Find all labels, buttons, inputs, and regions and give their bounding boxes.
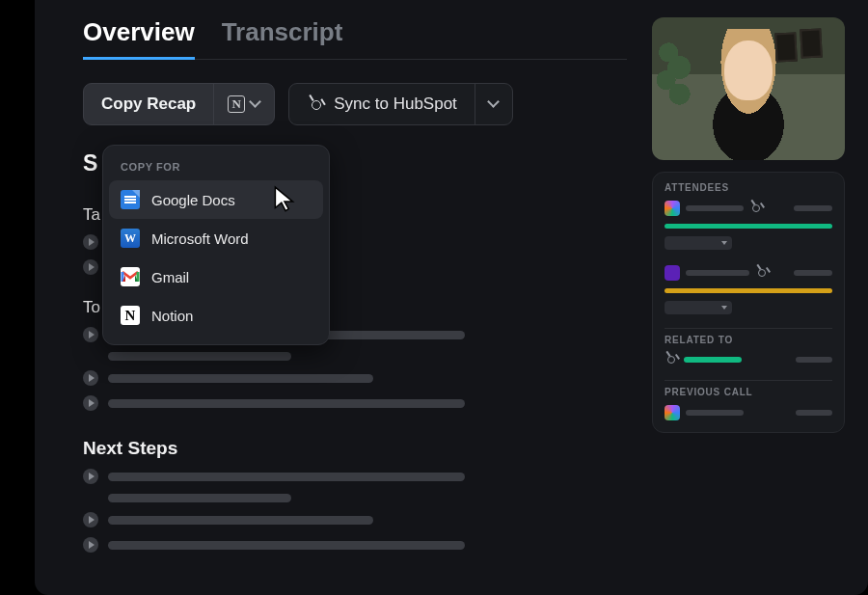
notion-icon: N	[121, 306, 140, 325]
related-to-label: RELATED TO	[665, 335, 832, 345]
chevron-down-icon	[489, 99, 499, 109]
placeholder-line	[108, 399, 465, 408]
dropdown-item-label: Microsoft Word	[151, 230, 249, 247]
list-item	[83, 370, 627, 386]
call-app-icon	[665, 405, 680, 420]
notion-icon: N	[228, 95, 245, 113]
placeholder-line	[796, 357, 832, 363]
next-steps-list	[83, 469, 627, 553]
dropdown-item-label: Google Docs	[151, 192, 235, 208]
hubspot-icon	[307, 95, 324, 113]
copy-for-dropdown: COPY FOR Google Docs W Microsoft Word Gm…	[102, 145, 330, 345]
placeholder-line	[108, 352, 291, 361]
sync-hubspot-text: Sync to HubSpot	[334, 95, 457, 114]
copy-recap-button[interactable]: Copy Recap N	[83, 83, 275, 125]
sync-hubspot-label: Sync to HubSpot	[289, 95, 475, 114]
play-icon[interactable]	[83, 469, 98, 484]
sync-hubspot-dropdown-toggle[interactable]	[475, 84, 512, 124]
play-icon[interactable]	[83, 370, 98, 386]
toolbar: Copy Recap N Sync to HubSpot	[83, 83, 627, 125]
hubspot-icon	[665, 353, 678, 366]
placeholder-line	[108, 374, 373, 383]
talk-time-bar	[665, 288, 832, 293]
play-icon[interactable]	[83, 234, 98, 250]
placeholder-line	[108, 541, 465, 550]
divider	[665, 380, 832, 381]
placeholder-line	[686, 410, 744, 416]
google-docs-icon	[121, 190, 140, 209]
hubspot-icon	[749, 202, 763, 215]
placeholder-line	[794, 205, 832, 211]
tab-transcript[interactable]: Transcript	[222, 17, 343, 60]
placeholder-line	[686, 205, 744, 211]
hubspot-icon	[755, 266, 769, 280]
next-steps-heading: Next Steps	[83, 438, 627, 459]
attendee-row[interactable]	[665, 201, 832, 216]
attendee-row[interactable]	[665, 265, 832, 281]
play-icon[interactable]	[83, 259, 98, 275]
dropdown-item-microsoft-word[interactable]: W Microsoft Word	[109, 219, 323, 257]
dropdown-item-label: Gmail	[151, 269, 189, 285]
talk-time-bar	[665, 224, 832, 229]
copy-recap-label: Copy Recap	[84, 84, 213, 124]
placeholder-line	[794, 270, 832, 276]
placeholder-line	[108, 516, 373, 525]
placeholder-line	[108, 494, 291, 502]
list-item	[83, 512, 627, 527]
sync-hubspot-button[interactable]: Sync to HubSpot	[288, 83, 513, 125]
gmail-icon	[121, 267, 140, 286]
attendee-avatar-icon	[665, 265, 680, 281]
play-icon[interactable]	[83, 512, 98, 527]
attendees-panel: ATTENDEES RELATED TO	[652, 172, 845, 433]
video-thumbnail[interactable]	[652, 17, 845, 160]
dropdown-item-label: Notion	[151, 308, 193, 324]
placeholder-line	[796, 410, 832, 416]
copy-recap-text: Copy Recap	[101, 95, 196, 114]
play-icon[interactable]	[83, 327, 98, 342]
dropdown-item-google-docs[interactable]: Google Docs	[109, 180, 323, 219]
tab-overview[interactable]: Overview	[83, 17, 195, 60]
attendee-select[interactable]	[665, 236, 732, 250]
previous-call-label: PREVIOUS CALL	[665, 387, 832, 397]
placeholder-line	[686, 270, 749, 276]
placeholder-line	[684, 357, 742, 363]
previous-call-row[interactable]	[665, 405, 832, 420]
list-item	[83, 395, 627, 411]
list-item	[83, 469, 627, 484]
related-row[interactable]	[665, 353, 832, 366]
attendees-label: ATTENDEES	[665, 182, 832, 193]
chevron-down-icon	[251, 99, 260, 109]
play-icon[interactable]	[83, 537, 98, 553]
placeholder-line	[108, 473, 465, 481]
side-column: ATTENDEES RELATED TO	[652, 17, 845, 595]
dropdown-item-notion[interactable]: N Notion	[109, 296, 323, 335]
copy-recap-dropdown-toggle[interactable]: N	[213, 84, 274, 124]
play-icon[interactable]	[83, 395, 98, 411]
attendee-avatar-icon	[665, 201, 680, 216]
dropdown-item-gmail[interactable]: Gmail	[109, 257, 323, 296]
dropdown-heading: COPY FOR	[109, 157, 323, 180]
microsoft-word-icon: W	[121, 229, 140, 248]
attendee-select[interactable]	[665, 301, 732, 314]
tabs: Overview Transcript	[83, 17, 627, 60]
list-item	[83, 537, 627, 553]
divider	[665, 328, 832, 329]
